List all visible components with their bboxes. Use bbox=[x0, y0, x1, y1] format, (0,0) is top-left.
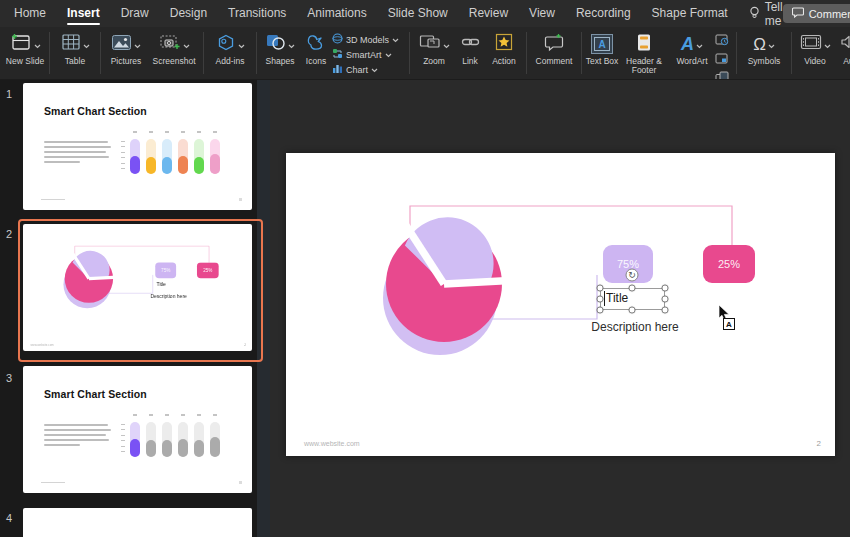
resize-handle-s[interactable] bbox=[629, 307, 636, 314]
new-slide-button[interactable]: New Slide bbox=[4, 30, 46, 66]
audio-icon bbox=[840, 34, 850, 54]
comment-icon bbox=[544, 33, 565, 56]
screenshot-label: Screenshot bbox=[153, 57, 196, 66]
rotate-glyph: ↻ bbox=[628, 271, 636, 280]
3d-models-button[interactable]: 3D Models bbox=[332, 33, 406, 46]
header-footer-label: Header & Footer bbox=[619, 57, 669, 76]
resize-handle-n[interactable] bbox=[629, 285, 636, 292]
ribbon-divider bbox=[791, 32, 792, 74]
table-button[interactable]: Table bbox=[53, 30, 97, 66]
symbols-label: Symbols bbox=[748, 57, 781, 66]
audio-label: Audio bbox=[843, 57, 850, 66]
slide-content: 75% 25% Title Description here www.websi… bbox=[23, 224, 252, 350]
comment-button[interactable]: Comment bbox=[530, 30, 578, 66]
video-button[interactable]: Video bbox=[795, 30, 835, 66]
pie-separator bbox=[444, 280, 514, 284]
tab-animations[interactable]: Animations bbox=[307, 1, 366, 26]
callout-25-percent[interactable]: 25% bbox=[197, 262, 219, 278]
add-ins-caret-icon bbox=[238, 35, 245, 53]
wordart-icon: A bbox=[681, 35, 694, 53]
add-ins-button[interactable]: Add-ins bbox=[207, 30, 253, 66]
chart-caret-icon bbox=[371, 65, 378, 75]
menu-bar: Home Insert Draw Design Transitions Anim… bbox=[0, 0, 850, 27]
video-caret-icon bbox=[824, 35, 831, 53]
tell-me[interactable]: Tell me bbox=[749, 0, 783, 28]
screenshot-icon bbox=[159, 33, 181, 56]
slide-thumbnail-2[interactable]: 75% 25% Title Description here www.websi… bbox=[23, 224, 252, 351]
chart-button[interactable]: Chart bbox=[332, 63, 406, 76]
screenshot-button[interactable]: Screenshot bbox=[148, 30, 200, 66]
mouse-cursor: A bbox=[718, 305, 730, 325]
tell-me-label: Tell me bbox=[765, 0, 783, 28]
object-button[interactable] bbox=[715, 70, 733, 80]
slide-thumbnail-panel: 1 2 3 4 Smart Chart Section bbox=[0, 80, 270, 537]
tab-view[interactable]: View bbox=[529, 1, 555, 26]
header-footer-button[interactable]: Header & Footer bbox=[619, 30, 669, 76]
tab-home[interactable]: Home bbox=[14, 1, 46, 26]
callout-75-percent[interactable]: 75% bbox=[155, 262, 176, 278]
shapes-button[interactable]: Shapes bbox=[260, 30, 300, 66]
resize-handle-se[interactable] bbox=[662, 307, 669, 314]
description-textbox[interactable]: Description here bbox=[146, 294, 192, 300]
pie-separator bbox=[89, 277, 118, 279]
slide-thumbnail-3[interactable]: Smart Chart Section bbox=[23, 366, 252, 493]
pie-chart[interactable] bbox=[354, 208, 534, 388]
chart-icon bbox=[332, 63, 343, 76]
resize-handle-ne[interactable] bbox=[662, 285, 669, 292]
action-label: Action bbox=[492, 57, 516, 66]
tab-review[interactable]: Review bbox=[469, 1, 508, 26]
add-ins-label: Add-ins bbox=[216, 57, 245, 66]
tab-recording[interactable]: Recording bbox=[576, 1, 631, 26]
icons-button[interactable]: Icons bbox=[300, 30, 332, 66]
editing-canvas: 75% 25% Title ↻ bbox=[270, 80, 850, 537]
add-ins-icon bbox=[216, 33, 236, 56]
title-textbox[interactable]: Title bbox=[157, 282, 166, 288]
shapes-icon bbox=[265, 33, 286, 55]
resize-handle-nw[interactable] bbox=[597, 285, 604, 292]
3d-models-icon bbox=[332, 33, 343, 46]
comment-bubble-icon bbox=[792, 7, 804, 20]
slide-thumbnail-1[interactable]: Smart Chart Section bbox=[23, 83, 252, 210]
resize-handle-w[interactable] bbox=[597, 296, 604, 303]
slide-thumbnail-4[interactable] bbox=[23, 508, 252, 537]
tab-slide-show[interactable]: Slide Show bbox=[388, 1, 448, 26]
tab-shape-format[interactable]: Shape Format bbox=[652, 1, 728, 26]
date-time-button[interactable] bbox=[715, 32, 733, 50]
thumb-number-4: 4 bbox=[6, 512, 12, 524]
callout-25-percent[interactable]: 25% bbox=[703, 245, 755, 283]
text-box-button[interactable]: A Text Box bbox=[585, 30, 619, 66]
smartart-button[interactable]: SmartArt bbox=[332, 48, 406, 61]
pictures-caret-icon bbox=[134, 35, 141, 53]
wordart-caret-icon bbox=[696, 35, 703, 53]
comments-button[interactable]: Comments bbox=[783, 4, 850, 23]
pie-chart[interactable] bbox=[51, 247, 126, 322]
action-button[interactable]: Action bbox=[485, 30, 523, 66]
tab-design[interactable]: Design bbox=[170, 1, 207, 26]
tab-draw[interactable]: Draw bbox=[121, 1, 149, 26]
description-textbox[interactable]: Description here bbox=[580, 320, 690, 334]
rotation-handle[interactable]: ↻ bbox=[626, 269, 639, 282]
ribbon-divider bbox=[526, 32, 527, 74]
resize-handle-sw[interactable] bbox=[597, 307, 604, 314]
current-slide[interactable]: 75% 25% Title ↻ bbox=[286, 153, 835, 456]
table-label: Table bbox=[65, 57, 85, 66]
text-box-icon: A bbox=[591, 34, 613, 54]
slide-number-button[interactable] bbox=[715, 51, 733, 69]
wordart-button[interactable]: A WordArt bbox=[669, 30, 715, 66]
text-box-label: Text Box bbox=[586, 57, 619, 66]
zoom-button[interactable]: Zoom bbox=[413, 30, 455, 66]
link-button[interactable]: Link bbox=[455, 30, 485, 66]
audio-button[interactable]: Audio bbox=[835, 30, 850, 66]
smartart-icon bbox=[332, 48, 343, 61]
zoom-caret-icon bbox=[443, 35, 450, 53]
callout-25-label: 25% bbox=[718, 258, 740, 270]
symbols-button[interactable]: Ω Symbols bbox=[740, 30, 788, 66]
tab-insert[interactable]: Insert bbox=[67, 1, 100, 26]
tab-transitions[interactable]: Transitions bbox=[228, 1, 286, 26]
powerpoint-window: Home Insert Draw Design Transitions Anim… bbox=[0, 0, 850, 537]
resize-handle-e[interactable] bbox=[662, 296, 669, 303]
icons-label: Icons bbox=[306, 57, 326, 66]
text-tool-badge: A bbox=[723, 318, 735, 330]
wordart-label: WordArt bbox=[676, 57, 707, 66]
pictures-button[interactable]: Pictures bbox=[104, 30, 148, 66]
